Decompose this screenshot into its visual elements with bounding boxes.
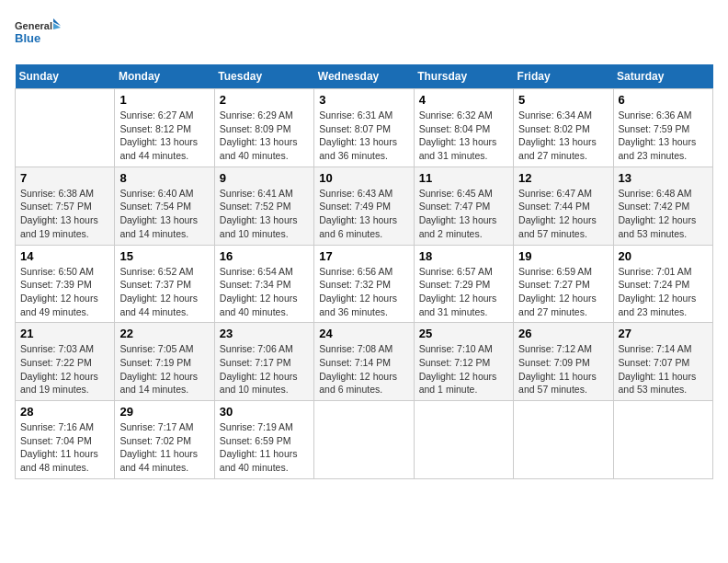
day-cell: 11Sunrise: 6:45 AM Sunset: 7:47 PM Dayli… [414, 167, 513, 245]
calendar-table: SundayMondayTuesdayWednesdayThursdayFrid… [15, 64, 713, 479]
day-number: 8 [119, 171, 209, 185]
day-number: 9 [220, 171, 309, 185]
svg-text:Blue: Blue [15, 31, 40, 45]
day-cell: 3Sunrise: 6:31 AM Sunset: 8:07 PM Daylig… [314, 89, 414, 167]
day-cell: 15Sunrise: 6:52 AM Sunset: 7:37 PM Dayli… [115, 245, 214, 323]
day-cell: 4Sunrise: 6:32 AM Sunset: 8:04 PM Daylig… [414, 89, 513, 167]
header-row: SundayMondayTuesdayWednesdayThursdayFrid… [16, 64, 713, 89]
day-info: Sunrise: 6:48 AM Sunset: 7:42 PM Dayligh… [619, 187, 708, 241]
day-cell: 8Sunrise: 6:40 AM Sunset: 7:54 PM Daylig… [115, 167, 214, 245]
day-number: 24 [319, 327, 408, 340]
day-number: 29 [119, 405, 209, 419]
svg-text:General: General [15, 20, 52, 31]
day-cell [414, 401, 513, 479]
day-info: Sunrise: 6:47 AM Sunset: 7:44 PM Dayligh… [518, 187, 608, 241]
day-cell: 5Sunrise: 6:34 AM Sunset: 8:02 PM Daylig… [514, 89, 613, 167]
day-cell: 25Sunrise: 7:10 AM Sunset: 7:12 PM Dayli… [414, 323, 513, 401]
day-cell: 17Sunrise: 6:56 AM Sunset: 7:32 PM Dayli… [314, 245, 414, 323]
day-cell [613, 401, 712, 479]
day-number: 12 [518, 171, 608, 185]
day-number: 2 [220, 93, 309, 107]
day-info: Sunrise: 6:34 AM Sunset: 8:02 PM Dayligh… [518, 109, 608, 163]
day-number: 25 [419, 327, 508, 340]
day-number: 3 [319, 93, 408, 107]
day-info: Sunrise: 7:16 AM Sunset: 7:04 PM Dayligh… [20, 420, 109, 475]
col-header-friday: Friday [514, 64, 613, 89]
day-info: Sunrise: 7:01 AM Sunset: 7:24 PM Dayligh… [619, 265, 708, 319]
day-number: 16 [220, 249, 309, 263]
day-cell: 9Sunrise: 6:41 AM Sunset: 7:52 PM Daylig… [214, 167, 313, 245]
col-header-saturday: Saturday [613, 64, 712, 89]
day-number: 1 [119, 93, 209, 107]
day-info: Sunrise: 7:05 AM Sunset: 7:19 PM Dayligh… [119, 342, 209, 396]
week-row-1: 1Sunrise: 6:27 AM Sunset: 8:12 PM Daylig… [16, 89, 713, 167]
day-number: 21 [20, 327, 109, 340]
day-info: Sunrise: 6:59 AM Sunset: 7:27 PM Dayligh… [518, 265, 608, 319]
day-cell: 28Sunrise: 7:16 AM Sunset: 7:04 PM Dayli… [16, 401, 115, 479]
day-cell: 6Sunrise: 6:36 AM Sunset: 7:59 PM Daylig… [613, 89, 712, 167]
day-cell: 10Sunrise: 6:43 AM Sunset: 7:49 PM Dayli… [314, 167, 414, 245]
day-info: Sunrise: 7:08 AM Sunset: 7:14 PM Dayligh… [319, 342, 408, 396]
day-info: Sunrise: 6:54 AM Sunset: 7:34 PM Dayligh… [220, 265, 309, 319]
day-info: Sunrise: 6:31 AM Sunset: 8:07 PM Dayligh… [319, 109, 408, 163]
day-number: 22 [119, 327, 209, 340]
logo: General Blue [15, 15, 61, 53]
day-number: 18 [419, 249, 508, 263]
day-cell: 30Sunrise: 7:19 AM Sunset: 6:59 PM Dayli… [214, 401, 313, 479]
col-header-sunday: Sunday [16, 64, 115, 89]
day-cell: 2Sunrise: 6:29 AM Sunset: 8:09 PM Daylig… [214, 89, 313, 167]
day-number: 27 [619, 327, 708, 340]
day-number: 26 [518, 327, 608, 340]
day-cell [16, 89, 115, 167]
day-info: Sunrise: 7:10 AM Sunset: 7:12 PM Dayligh… [419, 342, 508, 396]
page-header: General Blue [15, 15, 713, 53]
day-info: Sunrise: 7:14 AM Sunset: 7:07 PM Dayligh… [619, 342, 708, 396]
day-info: Sunrise: 7:03 AM Sunset: 7:22 PM Dayligh… [20, 342, 109, 396]
day-number: 11 [419, 171, 508, 185]
day-cell: 1Sunrise: 6:27 AM Sunset: 8:12 PM Daylig… [115, 89, 214, 167]
day-cell: 14Sunrise: 6:50 AM Sunset: 7:39 PM Dayli… [16, 245, 115, 323]
day-cell: 27Sunrise: 7:14 AM Sunset: 7:07 PM Dayli… [613, 323, 712, 401]
day-number: 23 [220, 327, 309, 340]
day-number: 5 [518, 93, 608, 107]
day-number: 30 [220, 405, 309, 419]
logo-icon: General Blue [15, 15, 61, 53]
day-info: Sunrise: 6:36 AM Sunset: 7:59 PM Dayligh… [619, 109, 708, 163]
day-cell: 24Sunrise: 7:08 AM Sunset: 7:14 PM Dayli… [314, 323, 414, 401]
day-cell: 13Sunrise: 6:48 AM Sunset: 7:42 PM Dayli… [613, 167, 712, 245]
day-number: 15 [119, 249, 209, 263]
day-info: Sunrise: 6:32 AM Sunset: 8:04 PM Dayligh… [419, 109, 508, 163]
day-cell [514, 401, 613, 479]
day-info: Sunrise: 6:43 AM Sunset: 7:49 PM Dayligh… [319, 187, 408, 241]
day-number: 10 [319, 171, 408, 185]
day-info: Sunrise: 6:38 AM Sunset: 7:57 PM Dayligh… [20, 187, 109, 241]
day-cell: 26Sunrise: 7:12 AM Sunset: 7:09 PM Dayli… [514, 323, 613, 401]
day-number: 13 [619, 171, 708, 185]
day-cell: 18Sunrise: 6:57 AM Sunset: 7:29 PM Dayli… [414, 245, 513, 323]
day-cell: 21Sunrise: 7:03 AM Sunset: 7:22 PM Dayli… [16, 323, 115, 401]
day-info: Sunrise: 6:52 AM Sunset: 7:37 PM Dayligh… [119, 265, 209, 319]
day-info: Sunrise: 6:56 AM Sunset: 7:32 PM Dayligh… [319, 265, 408, 319]
day-info: Sunrise: 7:12 AM Sunset: 7:09 PM Dayligh… [518, 342, 608, 396]
col-header-monday: Monday [115, 64, 214, 89]
day-number: 20 [619, 249, 708, 263]
day-cell: 12Sunrise: 6:47 AM Sunset: 7:44 PM Dayli… [514, 167, 613, 245]
day-info: Sunrise: 6:40 AM Sunset: 7:54 PM Dayligh… [119, 187, 209, 241]
day-info: Sunrise: 6:50 AM Sunset: 7:39 PM Dayligh… [20, 265, 109, 319]
day-info: Sunrise: 6:29 AM Sunset: 8:09 PM Dayligh… [220, 109, 309, 163]
day-number: 4 [419, 93, 508, 107]
col-header-thursday: Thursday [414, 64, 513, 89]
week-row-2: 7Sunrise: 6:38 AM Sunset: 7:57 PM Daylig… [16, 167, 713, 245]
day-number: 14 [20, 249, 109, 263]
day-cell: 7Sunrise: 6:38 AM Sunset: 7:57 PM Daylig… [16, 167, 115, 245]
week-row-5: 28Sunrise: 7:16 AM Sunset: 7:04 PM Dayli… [16, 401, 713, 479]
day-cell: 19Sunrise: 6:59 AM Sunset: 7:27 PM Dayli… [514, 245, 613, 323]
day-info: Sunrise: 7:06 AM Sunset: 7:17 PM Dayligh… [220, 342, 309, 396]
day-info: Sunrise: 6:57 AM Sunset: 7:29 PM Dayligh… [419, 265, 508, 319]
day-number: 7 [20, 171, 109, 185]
day-number: 28 [20, 405, 109, 419]
day-info: Sunrise: 6:45 AM Sunset: 7:47 PM Dayligh… [419, 187, 508, 241]
day-number: 19 [518, 249, 608, 263]
day-cell: 22Sunrise: 7:05 AM Sunset: 7:19 PM Dayli… [115, 323, 214, 401]
svg-marker-3 [53, 23, 61, 29]
